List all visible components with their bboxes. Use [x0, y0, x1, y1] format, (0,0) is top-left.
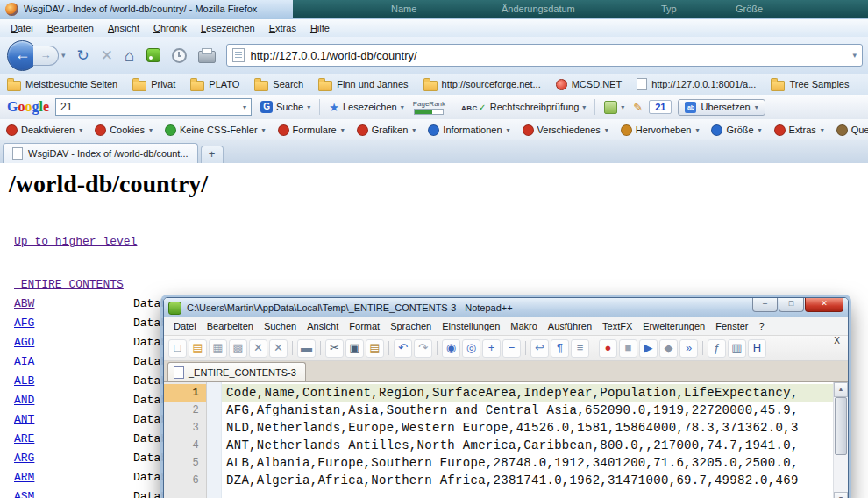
webdev-item[interactable]: Verschiedenes	[523, 125, 608, 136]
find-icon[interactable]: ◉	[442, 339, 460, 358]
menu-item[interactable]: Bearbeiten	[202, 319, 259, 333]
webdev-item[interactable]: Grafiken	[357, 125, 416, 136]
function-list-icon[interactable]: ƒ	[708, 339, 726, 358]
line-text[interactable]: DZA,Algeria,Africa,Northern Africa,23817…	[222, 472, 848, 489]
menu-item[interactable]: Bearbeiten	[40, 21, 101, 35]
webdev-item[interactable]: Größe	[711, 125, 761, 136]
paste-icon[interactable]: ▤	[366, 339, 384, 358]
bookmark-item[interactable]: Meistbesuchte Seiten	[7, 78, 117, 91]
webdev-item[interactable]: Deaktivieren	[6, 125, 82, 136]
history-dropdown-icon[interactable]: ▾	[61, 51, 66, 60]
print-icon[interactable]: ▬	[297, 339, 316, 358]
menu-item[interactable]: Erweiterungen	[637, 319, 710, 333]
google-search-input[interactable]: 21 ▾	[55, 98, 252, 116]
url-text[interactable]: http://127.0.0.1/world-db/country/	[251, 49, 417, 62]
search-history-dropdown-icon[interactable]: ▾	[243, 103, 246, 111]
menu-item[interactable]: Fenster	[710, 319, 753, 333]
stop-macro-icon[interactable]: ■	[619, 339, 637, 358]
document-map-icon[interactable]: ▥	[728, 339, 746, 358]
scroll-up-icon[interactable]: ▲	[834, 382, 848, 397]
line-text[interactable]: NLD,Netherlands,Europe,Western Europe,41…	[222, 419, 848, 437]
google-search-value[interactable]: 21	[60, 101, 243, 113]
indent-guide-icon[interactable]: ≡	[571, 339, 589, 358]
document-tab[interactable]: _ENTIRE_CONTENTS-3	[167, 362, 306, 381]
bookmark-item[interactable]: Privat	[132, 78, 175, 91]
menu-item[interactable]: Ansicht	[101, 21, 146, 35]
menu-item[interactable]: Ausführen	[543, 319, 597, 333]
google-bookmarks-button[interactable]: ★ Lesezeichen ▾	[326, 100, 406, 115]
toolbar-separator[interactable]	[525, 341, 526, 355]
word-wrap-icon[interactable]: ↩	[530, 339, 549, 358]
save-all-icon[interactable]: ▩	[229, 339, 247, 358]
feed-icon[interactable]	[146, 48, 160, 62]
menu-item[interactable]: Datei	[168, 319, 202, 333]
autofill-button[interactable]: ▾	[601, 99, 627, 116]
scroll-down-icon[interactable]: ▼	[834, 492, 848, 498]
editor-area[interactable]: 1 Code,Name,Continent,Region,SurfaceArea…	[164, 382, 848, 498]
forward-button[interactable]: →	[33, 46, 59, 66]
webdev-item[interactable]: Quelltext	[836, 125, 868, 136]
print-icon[interactable]	[198, 51, 216, 63]
webdev-item[interactable]: Hervorheben	[621, 125, 700, 136]
pagerank-widget[interactable]: PageRank	[413, 100, 445, 115]
toolbar-separator[interactable]	[702, 341, 703, 355]
firefox-titlebar[interactable]: WsgiDAV - Index of /world-db/country/ - …	[0, 0, 868, 20]
bookmark-item[interactable]: PLATO	[190, 78, 239, 91]
notepadpp-titlebar[interactable]: C:\Users\Martin\AppData\Local\Temp\_ENTI…	[164, 298, 848, 317]
menu-item[interactable]: ?	[753, 319, 769, 333]
bookmark-item[interactable]: http://127.0.0.1:8001/a...	[637, 78, 756, 90]
line-text[interactable]: Code,Name,Continent,Region,SurfaceArea,I…	[222, 384, 848, 402]
line-text[interactable]: AFG,Afghanistan,Asia,Southern and Centra…	[222, 402, 848, 419]
redo-icon[interactable]: ↷	[414, 339, 432, 358]
history-clock-icon[interactable]	[172, 48, 187, 63]
toolbar-separator[interactable]	[388, 341, 389, 355]
url-bar[interactable]: http://127.0.0.1/world-db/country/ ▾	[226, 44, 863, 67]
record-macro-icon[interactable]: ●	[599, 339, 617, 358]
webdev-item[interactable]: Informationen	[428, 125, 509, 136]
save-icon[interactable]: ▦	[209, 339, 227, 358]
close-document-icon[interactable]: X	[834, 336, 840, 345]
highlighter-icon[interactable]: ✎	[633, 101, 643, 114]
bookmark-item[interactable]: Search	[254, 78, 303, 91]
textfx-icon[interactable]: H	[748, 339, 766, 358]
menu-item[interactable]: Format	[344, 319, 385, 333]
toolbar-separator[interactable]	[594, 341, 594, 355]
url-dropdown-icon[interactable]: ▾	[845, 51, 857, 60]
webdev-item[interactable]: Cookies	[95, 125, 153, 136]
menu-item[interactable]: Extras	[262, 21, 303, 35]
maximize-button[interactable]: □	[779, 298, 804, 312]
undo-icon[interactable]: ↶	[394, 339, 412, 358]
menu-item[interactable]: Ansicht	[302, 319, 344, 333]
bookmark-margin[interactable]	[206, 402, 222, 419]
bookmark-margin[interactable]	[206, 419, 222, 437]
line-text[interactable]: ANT,Netherlands Antilles,North America,C…	[222, 437, 848, 454]
bookmark-margin[interactable]	[206, 472, 222, 489]
minimize-button[interactable]: –	[752, 298, 778, 312]
stop-button[interactable]: ✕	[101, 48, 113, 63]
bookmark-item[interactable]: MCSD.NET	[556, 79, 622, 90]
zoom-out-icon[interactable]: −	[502, 339, 521, 358]
find-word-button[interactable]: 21	[649, 100, 672, 114]
close-all-icon[interactable]: ✕	[269, 339, 288, 358]
show-all-characters-icon[interactable]: ¶	[551, 339, 569, 358]
webdev-item[interactable]: Extras	[774, 125, 824, 136]
webdev-item[interactable]: Keine CSS-Fehler	[165, 125, 266, 136]
vertical-scrollbar[interactable]: ▲ ▼	[833, 382, 848, 498]
bookmark-item[interactable]: http://sourceforge.net...	[423, 78, 541, 91]
new-file-icon[interactable]: □	[168, 339, 187, 358]
run-macro-multiple-icon[interactable]: »	[679, 339, 698, 358]
webdev-item[interactable]: Formulare	[278, 125, 345, 136]
up-to-higher-level-link[interactable]: Up to higher level	[14, 235, 137, 248]
cut-icon[interactable]: ✂	[325, 339, 344, 358]
copy-icon[interactable]: ▣	[345, 339, 364, 358]
entry-link[interactable]: ASM	[14, 487, 34, 498]
tab-wsgidav[interactable]: WsgiDAV - Index of /world-db/count...	[3, 143, 198, 163]
home-button[interactable]: ⌂	[125, 48, 134, 63]
menu-item[interactable]: Lesezeichen	[194, 21, 262, 35]
close-button[interactable]: ✕	[805, 298, 843, 312]
bookmark-margin[interactable]	[206, 384, 222, 402]
reload-button[interactable]: ↻	[77, 48, 89, 63]
open-folder-icon[interactable]: ▤	[189, 339, 207, 358]
save-macro-icon[interactable]: ◆	[659, 339, 678, 358]
menu-item[interactable]: Datei	[4, 21, 40, 35]
